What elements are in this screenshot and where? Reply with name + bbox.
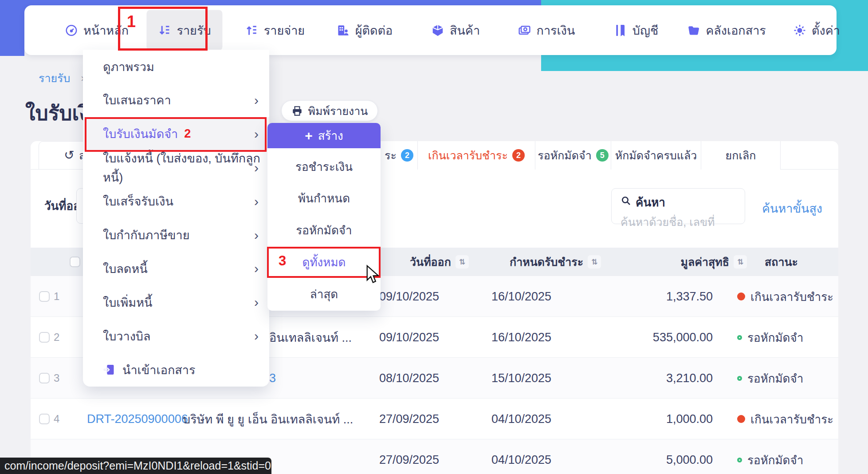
plus-icon: + (305, 128, 313, 143)
status-red-dot (737, 415, 745, 423)
due-date: 04/10/2025 (491, 439, 551, 474)
row-checkbox[interactable] (39, 414, 50, 424)
row-checkbox[interactable] (39, 332, 50, 343)
income-dropdown-menu: ดูภาพรวมใบเสนอราคา›ใบรับเงินมัดจำ2›ใบแจ้… (83, 50, 269, 387)
menu-item-label: ใบรับเงินมัดจำ (103, 124, 178, 143)
row-checkbox[interactable] (39, 291, 50, 302)
menu-item-label: ใบกำกับภาษีขาย (103, 225, 190, 245)
breadcrumb-income[interactable]: รายรับ (39, 69, 70, 87)
tab-label: รอหักมัดจำ (538, 146, 591, 164)
status-cell: รอหักมัดจำ (737, 317, 803, 358)
submenu-item-1[interactable]: พ้นกำหนด (267, 182, 381, 214)
sort-issue-date-icon[interactable]: ⇅ (456, 255, 469, 269)
income-icon (158, 24, 171, 37)
nav-item-8[interactable]: ตั้งค่า (782, 10, 852, 51)
chevron-right-icon: › (254, 261, 259, 276)
cursor-pointer-icon (364, 265, 380, 284)
menu-item-3[interactable]: ใบแจ้งหนี้ (ใบส่งของ, บันทึกลูกหนี้)› (83, 151, 269, 185)
menu-item-6[interactable]: ใบลดหนี้› (83, 252, 269, 285)
due-date: 16/10/2025 (491, 276, 551, 317)
tab-label: ระ (385, 146, 397, 164)
net-amount: 1,337.50 (563, 276, 713, 317)
issue-date: 27/09/2025 (379, 399, 439, 439)
settings-icon (793, 24, 806, 37)
nav-item-label: หน้าหลัก (83, 21, 129, 40)
expense-icon (245, 24, 259, 37)
advanced-search-link[interactable]: ค้นหาขั้นสูง (762, 199, 822, 218)
tab-2[interactable]: เกินเวลารับชำระ2 (418, 141, 535, 170)
tab-4[interactable]: หักมัดจำครบแล้ว (611, 141, 701, 170)
chevron-right-icon: › (254, 160, 259, 175)
status-label: เกินเวลารับชำระ (750, 288, 833, 306)
menu-item-5[interactable]: ใบกำกับภาษีขาย› (83, 218, 269, 252)
print-report-label: พิมพ์รายงาน (308, 102, 368, 120)
doc-number-link[interactable]: DRT-20250900006 (87, 399, 188, 439)
annotation-step-2: 2 (184, 127, 191, 141)
nav-item-2[interactable]: รายจ่าย (234, 10, 316, 51)
status-cell: เกินเวลารับชำระ (737, 276, 833, 317)
status-green-dot (737, 376, 742, 381)
nav-item-7[interactable]: คลังเอกสาร (676, 10, 778, 51)
finance-icon (518, 24, 531, 37)
status-url-bar: com/income/deposit?emi=MzI0NDI1&reload=1… (0, 458, 271, 474)
import-icon (103, 363, 115, 376)
menu-item-8[interactable]: ใบวางบิล› (83, 319, 269, 353)
net-amount: 3,210.00 (563, 358, 713, 399)
select-all-checkbox[interactable] (70, 257, 80, 267)
history-icon: ↺ (64, 149, 74, 162)
submenu-item-0[interactable]: รอชำระเงิน (267, 150, 381, 182)
issue-date: 09/10/2025 (379, 276, 439, 317)
menu-item-9[interactable]: นำเข้าเอกสาร (83, 353, 269, 387)
chevron-right-icon: › (254, 93, 259, 108)
submenu-item-2[interactable]: รอหักมัดจำ (267, 214, 381, 246)
chevron-right-icon: › (254, 126, 259, 142)
submenu-item-label: พ้นกำหนด (298, 189, 350, 207)
submenu-item-label: รอหักมัดจำ (296, 221, 352, 239)
tab-1[interactable]: ระ2 (381, 141, 418, 170)
status-green-dot (737, 335, 742, 340)
row-checkbox[interactable] (39, 373, 50, 383)
documents-icon (687, 24, 700, 37)
nav-item-label: ผู้ติดต่อ (355, 21, 393, 40)
nav-item-1[interactable]: รายรับ (146, 10, 222, 51)
annotation-step-1: 1 (127, 12, 136, 31)
nav-item-5[interactable]: การเงิน (507, 10, 587, 51)
status-red-dot (737, 292, 745, 300)
tab-3[interactable]: รอหักมัดจำ5 (535, 141, 611, 170)
menu-item-2[interactable]: ใบรับเงินมัดจำ2› (83, 117, 269, 151)
tab-label: หักมัดจำครบแล้ว (615, 146, 697, 164)
nav-item-6[interactable]: บัญชี (602, 10, 670, 51)
nav-item-label: รายรับ (177, 21, 211, 40)
sort-net-amount-icon[interactable]: ⇅ (734, 255, 747, 269)
create-button[interactable]: + สร้าง (267, 123, 381, 148)
col-due-date: กำหนดรับชำระ (510, 253, 583, 271)
col-net-amount: มูลค่าสุทธิ (680, 253, 729, 271)
chevron-right-icon: › (254, 194, 259, 209)
nav-item-label: รายจ่าย (264, 21, 305, 40)
menu-item-label: ใบลดหนี้ (103, 259, 148, 278)
doc-number-link[interactable]: 3 (269, 358, 276, 399)
status-url-text: com/income/deposit?emi=MzI0NDI1&reload=1… (4, 459, 271, 472)
menu-item-7[interactable]: ใบเพิ่มหนี้› (83, 285, 269, 319)
tab-5[interactable]: ยกเลิก (701, 141, 781, 170)
chevron-right-icon: › (254, 228, 259, 243)
due-date: 16/10/2025 (491, 317, 551, 358)
due-date: 15/10/2025 (491, 358, 551, 399)
menu-item-label: ใบวางบิล (103, 327, 151, 346)
menu-item-1[interactable]: ใบเสนอราคา› (83, 83, 269, 117)
top-strip-blue-left (0, 0, 24, 56)
menu-item-0[interactable]: ดูภาพรวม (83, 50, 269, 83)
menu-item-4[interactable]: ใบเสร็จรับเงิน› (83, 185, 269, 218)
nav-item-3[interactable]: ผู้ติดต่อ (325, 10, 405, 51)
main-navbar: หน้าหลักรายรับรายจ่ายผู้ติดต่อสินค้าการเ… (24, 5, 837, 55)
row-checkbox-wrap (39, 358, 50, 399)
search-label: ค้นหา (636, 193, 665, 211)
submenu-item-label: รอชำระเงิน (295, 158, 353, 176)
print-report-button[interactable]: พิมพ์รายงาน (281, 100, 378, 121)
nav-item-4[interactable]: สินค้า (420, 10, 491, 51)
net-amount: 5,000.00 (563, 439, 713, 474)
sort-due-date-icon[interactable]: ⇅ (588, 255, 601, 269)
search-input[interactable]: ค้นหา ค้นหาด้วยชื่อ, เลขที่ (611, 188, 745, 224)
menu-item-label: ใบเพิ่มหนี้ (103, 293, 152, 312)
printer-icon (291, 105, 303, 117)
